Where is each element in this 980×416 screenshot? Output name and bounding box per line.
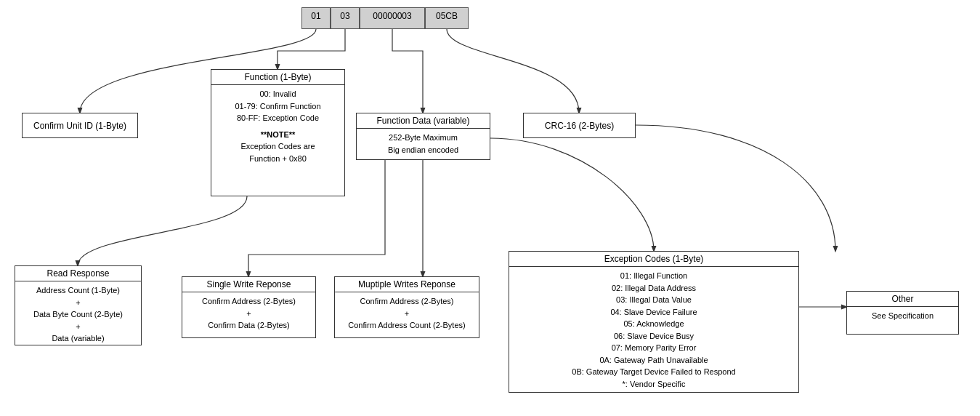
single-write-box: Single Write Reponse Confirm Address (2-… [182, 276, 316, 338]
function-data-box: Function Data (variable) 252-Byte Maximu… [356, 113, 490, 160]
diagram: 01 03 00000003 05CB Confirm Unit ID (1-B… [0, 0, 980, 416]
arrows-svg [0, 0, 980, 416]
exception-codes-box: Exception Codes (1-Byte) 01: Illegal Fun… [509, 251, 799, 393]
exception-codes-content: 01: Illegal Function 02: Illegal Data Ad… [509, 267, 798, 393]
crc16-label: CRC-16 (2-Bytes) [545, 121, 614, 131]
function-box: Function (1-Byte) 00: Invalid 01-79: Con… [211, 69, 345, 196]
header-cell-01: 01 [301, 7, 331, 29]
other-header: Other [847, 292, 958, 307]
single-write-header: Single Write Reponse [182, 277, 315, 292]
confirm-unit-id-box: Confirm Unit ID (1-Byte) [22, 113, 138, 138]
other-box: Other See Specification [846, 291, 959, 335]
single-write-content: Confirm Address (2-Bytes) + Confirm Data… [182, 292, 315, 335]
read-response-header: Read Response [15, 266, 141, 281]
read-response-box: Read Response Address Count (1-Byte) + D… [15, 265, 142, 345]
function-data-header: Function Data (variable) [357, 113, 490, 129]
header-cell-05cb: 05CB [425, 7, 469, 29]
other-content: See Specification [847, 307, 958, 325]
confirm-unit-id-label: Confirm Unit ID (1-Byte) [33, 121, 126, 131]
function-content: 00: Invalid 01-79: Confirm Function 80-F… [211, 85, 344, 167]
exception-codes-header: Exception Codes (1-Byte) [509, 252, 798, 267]
function-data-content: 252-Byte Maximum Big endian encoded [357, 129, 490, 159]
multiple-write-box: Muptiple Writes Reponse Confirm Address … [334, 276, 479, 338]
header-cell-00000003: 00000003 [360, 7, 425, 29]
multiple-write-content: Confirm Address (2-Bytes) + Confirm Addr… [335, 292, 479, 335]
function-header: Function (1-Byte) [211, 70, 344, 85]
header-cell-03: 03 [331, 7, 360, 29]
multiple-write-header: Muptiple Writes Reponse [335, 277, 479, 292]
read-response-content: Address Count (1-Byte) + Data Byte Count… [15, 281, 141, 348]
crc16-box: CRC-16 (2-Bytes) [523, 113, 636, 138]
